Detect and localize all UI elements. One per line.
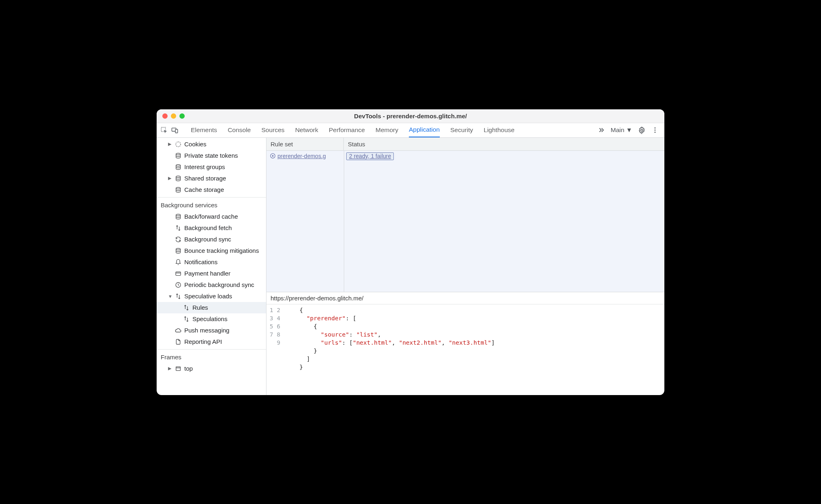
svg-point-6 <box>655 132 656 133</box>
column-ruleset[interactable]: Rule set <box>266 138 344 150</box>
svg-point-4 <box>655 127 656 128</box>
frame-icon <box>175 365 182 372</box>
sidebar-item-speculative-loads[interactable]: ▼Speculative loads <box>157 291 266 302</box>
updown-icon <box>183 304 190 311</box>
chevron-right-icon: ▶ <box>168 366 172 371</box>
main-panel: Rule set Status prerender-demos.g 2 read… <box>266 138 664 395</box>
code-viewer[interactable]: 1 2 3 4 5 6 7 8 9 { "prerender": [ { "so… <box>266 304 664 395</box>
tab-performance[interactable]: Performance <box>329 123 365 137</box>
tab-memory[interactable]: Memory <box>376 123 398 137</box>
minimize-icon[interactable] <box>171 113 176 119</box>
tab-network[interactable]: Network <box>295 123 318 137</box>
svg-point-7 <box>176 142 181 147</box>
sidebar-item-push-messaging[interactable]: Push messaging <box>157 325 266 336</box>
card-icon <box>175 270 182 277</box>
ruleset-link[interactable]: prerender-demos.g <box>277 153 326 159</box>
sidebar-item-speculations[interactable]: Speculations <box>157 313 266 325</box>
sidebar-item-shared-storage[interactable]: ▶Shared storage <box>157 173 266 184</box>
window-controls <box>157 113 185 119</box>
sidebar-item-label: Speculations <box>192 315 227 322</box>
column-status[interactable]: Status <box>344 141 664 148</box>
devtools-window: DevTools - prerender-demos.glitch.me/ El… <box>157 109 664 395</box>
sidebar-item-interest-groups[interactable]: Interest groups <box>157 161 266 173</box>
sidebar-item-reporting-api[interactable]: Reporting API <box>157 336 266 348</box>
sidebar-item-label: Bounce tracking mitigations <box>184 247 259 254</box>
sidebar-item-label: Rules <box>192 304 208 311</box>
window-title: DevTools - prerender-demos.glitch.me/ <box>157 113 664 119</box>
device-icon[interactable] <box>170 126 179 134</box>
db-icon <box>175 175 182 182</box>
file-icon <box>175 339 182 345</box>
chevron-down-icon: ▼ <box>168 294 172 299</box>
target-selector[interactable]: Main ▼ <box>611 126 632 134</box>
sidebar-item-label: Cookies <box>184 141 206 148</box>
tab-application[interactable]: Application <box>409 123 440 137</box>
sidebar-item-label: top <box>184 365 193 372</box>
sidebar-item-label: Shared storage <box>184 175 226 182</box>
detail-url: https://prerender-demos.glitch.me/ <box>266 292 664 304</box>
sidebar-item-bounce-tracking-mitigations[interactable]: Bounce tracking mitigations <box>157 245 266 256</box>
tab-security[interactable]: Security <box>450 123 473 137</box>
sidebar-item-payment-handler[interactable]: Payment handler <box>157 268 266 279</box>
tab-elements[interactable]: Elements <box>191 123 217 137</box>
zoom-icon[interactable] <box>179 113 185 119</box>
sidebar-item-label: Cache storage <box>184 186 224 193</box>
titlebar: DevTools - prerender-demos.glitch.me/ <box>157 109 664 123</box>
svg-point-3 <box>641 129 643 131</box>
status-link[interactable]: 2 ready, 1 failure <box>346 152 394 160</box>
sidebar-item-label: Back/forward cache <box>184 213 238 220</box>
tab-sources[interactable]: Sources <box>262 123 285 137</box>
sidebar-item-label: Speculative loads <box>184 293 232 300</box>
svg-rect-16 <box>176 367 181 370</box>
ruleset-table-header: Rule set Status <box>266 138 664 151</box>
sidebar-item-back-forward-cache[interactable]: Back/forward cache <box>157 211 266 222</box>
sync-icon <box>175 236 182 243</box>
tab-console[interactable]: Console <box>228 123 251 137</box>
svg-rect-2 <box>175 129 178 133</box>
sidebar-item-background-sync[interactable]: Background sync <box>157 234 266 245</box>
sidebar-item-label: Push messaging <box>184 327 229 334</box>
updown-icon <box>183 316 190 322</box>
sidebar-item-notifications[interactable]: Notifications <box>157 256 266 268</box>
sidebar-item-cookies[interactable]: ▶Cookies <box>157 139 266 150</box>
db-icon <box>175 213 182 220</box>
cloud-icon <box>175 327 182 334</box>
chevron-right-icon: ▶ <box>168 141 172 147</box>
status-dot-icon <box>270 153 276 159</box>
sidebar-item-label: Private state tokens <box>184 152 238 159</box>
updown-icon <box>175 293 182 300</box>
svg-point-8 <box>176 153 181 155</box>
sidebar-item-background-fetch[interactable]: Background fetch <box>157 222 266 234</box>
sidebar-item-label: Reporting API <box>184 338 222 345</box>
inspect-icon[interactable] <box>160 126 168 134</box>
sidebar-item-label: Periodic background sync <box>184 281 254 288</box>
tab-lighthouse[interactable]: Lighthouse <box>484 123 515 137</box>
target-label: Main <box>611 126 624 134</box>
db-icon <box>175 248 182 254</box>
svg-point-11 <box>176 187 181 189</box>
svg-point-12 <box>176 214 181 216</box>
content: ▶CookiesPrivate state tokensInterest gro… <box>157 138 664 395</box>
bell-icon <box>175 259 182 265</box>
kebab-icon[interactable] <box>651 126 659 134</box>
sidebar-item-top[interactable]: ▶top <box>157 363 266 374</box>
sidebar: ▶CookiesPrivate state tokensInterest gro… <box>157 138 266 395</box>
section-background-services: Background services <box>157 198 266 211</box>
settings-icon[interactable] <box>638 126 646 134</box>
close-icon[interactable] <box>162 113 168 119</box>
sidebar-item-periodic-background-sync[interactable]: Periodic background sync <box>157 279 266 291</box>
more-tabs-icon[interactable] <box>598 126 605 134</box>
sidebar-item-cache-storage[interactable]: Cache storage <box>157 184 266 196</box>
panel-tabs: ElementsConsoleSourcesNetworkPerformance… <box>191 123 515 137</box>
sidebar-item-private-state-tokens[interactable]: Private state tokens <box>157 150 266 161</box>
svg-point-9 <box>176 165 181 166</box>
svg-point-10 <box>176 176 181 178</box>
clock-icon <box>175 282 182 288</box>
db-icon <box>175 152 182 159</box>
sidebar-item-label: Notifications <box>184 259 218 265</box>
line-gutter: 1 2 3 4 5 6 7 8 9 <box>266 306 285 395</box>
updown-icon <box>175 225 182 231</box>
sidebar-item-label: Payment handler <box>184 270 230 277</box>
sidebar-item-rules[interactable]: Rules <box>157 302 266 313</box>
table-row[interactable]: prerender-demos.g 2 ready, 1 failure <box>266 151 664 161</box>
